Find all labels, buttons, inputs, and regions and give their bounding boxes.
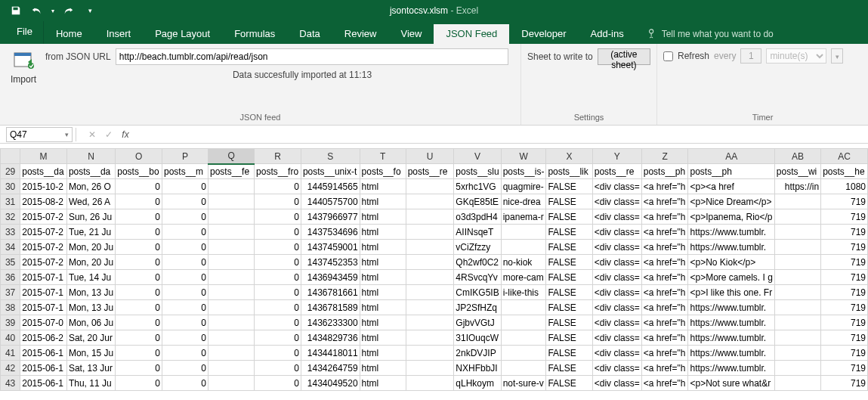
cell[interactable]: <a href="h [641, 270, 688, 285]
cell[interactable]: <a href="h [641, 179, 688, 194]
col-header-R[interactable]: R [255, 149, 301, 164]
cell[interactable] [774, 361, 820, 376]
cell[interactable] [209, 225, 255, 240]
col-header-U[interactable]: U [406, 149, 454, 164]
cell[interactable] [501, 225, 546, 240]
col-header-T[interactable]: T [360, 149, 406, 164]
col-header-O[interactable]: O [116, 149, 162, 164]
cell[interactable]: <div class= [592, 240, 641, 255]
cell[interactable]: 0 [162, 361, 208, 376]
cell[interactable]: Tue, 14 Ju [66, 270, 115, 285]
cell[interactable]: html [360, 315, 406, 330]
cell[interactable]: <a href="h [641, 209, 688, 225]
cell[interactable]: 719 [821, 346, 868, 361]
cell[interactable] [774, 315, 820, 330]
cell[interactable]: https://in [774, 179, 820, 194]
cell[interactable]: 0 [162, 240, 208, 255]
cell[interactable]: 0 [255, 315, 301, 330]
cell[interactable]: <div class= [592, 376, 641, 391]
cell[interactable]: https://www.tumblr. [688, 361, 774, 376]
cell[interactable]: https://www.tumblr. [688, 300, 774, 315]
cell[interactable]: <a href="h [641, 330, 688, 346]
cell[interactable]: <div class= [592, 194, 641, 209]
cell-header[interactable]: posts__da [20, 164, 67, 179]
cell[interactable]: 0 [116, 270, 162, 285]
cell[interactable]: FALSE [546, 315, 592, 330]
undo-icon[interactable] [27, 2, 47, 19]
row-header-36[interactable]: 36 [1, 270, 20, 285]
cell-header[interactable]: posts__fe [209, 164, 255, 179]
cell[interactable]: 1437459001 [301, 240, 360, 255]
cell[interactable]: 0 [255, 209, 301, 225]
cell[interactable]: Mon, 20 Ju [66, 255, 115, 270]
cell[interactable]: NXHFbbJI [454, 361, 501, 376]
cell[interactable] [406, 194, 454, 209]
cell[interactable]: o3d3pdH4 [454, 209, 501, 225]
cell[interactable]: 0 [116, 300, 162, 315]
cell[interactable]: 0 [162, 255, 208, 270]
cell[interactable]: 719 [821, 194, 868, 209]
cell[interactable]: Wed, 26 A [66, 194, 115, 209]
cell[interactable] [501, 315, 546, 330]
name-box-dropdown-icon[interactable]: ▾ [65, 131, 69, 138]
cell[interactable]: <a href="h [641, 255, 688, 270]
cell[interactable] [209, 209, 255, 225]
cell[interactable] [406, 179, 454, 194]
cell[interactable]: https://www.tumblr. [688, 240, 774, 255]
row-header-38[interactable]: 38 [1, 300, 20, 315]
cell[interactable]: 2015-06-1 [20, 346, 67, 361]
cell[interactable]: 2015-07-1 [20, 300, 67, 315]
row-header-31[interactable]: 31 [1, 194, 20, 209]
cell[interactable]: html [360, 240, 406, 255]
tab-formulas[interactable]: Formulas [222, 24, 287, 44]
cell[interactable]: 1434264759 [301, 361, 360, 376]
cell[interactable]: <a href="h [641, 346, 688, 361]
sheet-select-button[interactable]: (active sheet) [598, 48, 650, 65]
cell-header[interactable]: posts__fro [255, 164, 301, 179]
cell[interactable]: 1437534696 [301, 225, 360, 240]
cell[interactable]: <div class= [592, 346, 641, 361]
cell[interactable]: 2015-07-1 [20, 270, 67, 285]
cell[interactable]: 719 [821, 376, 868, 391]
cell[interactable] [774, 285, 820, 300]
undo-dropdown-icon[interactable]: ▾ [48, 2, 57, 19]
cell[interactable]: <a href="h [641, 361, 688, 376]
cell[interactable]: GjbvVGtJ [454, 315, 501, 330]
col-header-AC[interactable]: AC [821, 149, 868, 164]
cell[interactable]: html [360, 270, 406, 285]
tab-view[interactable]: View [388, 24, 434, 44]
col-header-X[interactable]: X [546, 149, 592, 164]
cell[interactable]: <div class= [592, 330, 641, 346]
customize-qat-icon[interactable]: ▾ [80, 2, 100, 19]
refresh-checkbox[interactable] [663, 51, 673, 61]
cell[interactable]: <div class= [592, 315, 641, 330]
cell[interactable]: 719 [821, 225, 868, 240]
cell[interactable]: ipanema-r [501, 209, 546, 225]
cell-header[interactable]: posts__re [406, 164, 454, 179]
tab-review[interactable]: Review [332, 24, 389, 44]
tab-file[interactable]: File [6, 21, 44, 44]
cell[interactable]: Mon, 13 Ju [66, 300, 115, 315]
cell[interactable]: <p>No Kiok</p> [688, 255, 774, 270]
cell[interactable]: FALSE [546, 330, 592, 346]
select-all-corner[interactable] [1, 149, 20, 164]
tab-home[interactable]: Home [44, 24, 94, 44]
col-header-S[interactable]: S [301, 149, 360, 164]
cell[interactable] [406, 315, 454, 330]
cell[interactable]: <div class= [592, 300, 641, 315]
cell[interactable] [209, 255, 255, 270]
cell[interactable]: qLHkoym [454, 376, 501, 391]
cell[interactable]: https://www.tumblr. [688, 346, 774, 361]
cell[interactable]: <p>More camels. I g [688, 270, 774, 285]
cell[interactable]: Mon, 20 Ju [66, 240, 115, 255]
cell[interactable]: FALSE [546, 209, 592, 225]
cell[interactable] [209, 330, 255, 346]
cell[interactable]: FALSE [546, 346, 592, 361]
cell[interactable]: <p>Nice Dream</p> [688, 194, 774, 209]
cell[interactable] [774, 330, 820, 346]
cell[interactable] [774, 270, 820, 285]
cell[interactable]: 2nkDVJIP [454, 346, 501, 361]
cell[interactable]: <div class= [592, 285, 641, 300]
cell[interactable]: 0 [162, 330, 208, 346]
cell[interactable]: <p><a href [688, 179, 774, 194]
